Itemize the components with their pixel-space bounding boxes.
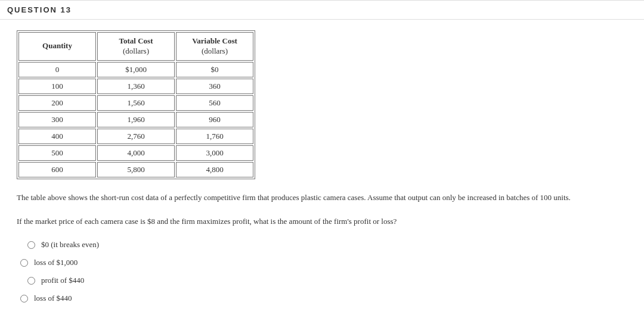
options-group: $0 (it breaks even) loss of $1,000 profi… <box>20 240 627 303</box>
cell-quantity: 600 <box>18 162 96 177</box>
cell-variable-cost: 3,000 <box>176 145 253 161</box>
table-row: 600 5,800 4,800 <box>18 162 253 177</box>
col-header-label: Variable Cost <box>181 36 248 46</box>
question-paragraph: If the market price of each camera case … <box>17 216 627 227</box>
cell-total-cost: 2,760 <box>97 129 175 144</box>
table-row: 100 1,360 360 <box>18 79 253 94</box>
table-row: 400 2,760 1,760 <box>18 129 253 144</box>
cell-total-cost: 4,000 <box>97 145 175 161</box>
cell-variable-cost: 560 <box>176 95 253 111</box>
cell-variable-cost: 1,760 <box>176 129 253 144</box>
question-content: Quantity Total Cost (dollars) Variable C… <box>0 20 644 315</box>
option-row[interactable]: $0 (it breaks even) <box>27 240 627 249</box>
question-container: QUESTION 13 Quantity Total Cost (dollars… <box>0 0 644 315</box>
cell-total-cost: 1,360 <box>97 79 175 94</box>
option-label: profit of $440 <box>41 276 84 285</box>
col-header-label: Quantity <box>24 41 91 51</box>
option-row[interactable]: loss of $1,000 <box>20 258 627 267</box>
description-paragraph: The table above shows the short-run cost… <box>17 192 627 203</box>
option-radio[interactable] <box>20 295 28 302</box>
cell-total-cost: $1,000 <box>97 62 175 77</box>
cell-total-cost: 1,960 <box>97 112 175 127</box>
cell-variable-cost: 4,800 <box>176 162 253 177</box>
col-header-sub: (dollars) <box>103 46 169 57</box>
table-row: 500 4,000 3,000 <box>18 145 253 161</box>
option-row[interactable]: profit of $440 <box>27 276 627 285</box>
option-radio[interactable] <box>27 241 35 249</box>
option-label: $0 (it breaks even) <box>41 240 99 249</box>
cell-quantity: 200 <box>18 95 96 111</box>
col-header-quantity: Quantity <box>18 32 96 61</box>
col-header-label: Total Cost <box>103 36 169 46</box>
cost-table: Quantity Total Cost (dollars) Variable C… <box>17 30 255 179</box>
option-label: loss of $440 <box>34 294 72 303</box>
table-row: 200 1,560 560 <box>18 95 253 111</box>
cell-variable-cost: 360 <box>176 79 253 94</box>
cell-variable-cost: $0 <box>176 62 253 77</box>
cell-quantity: 500 <box>18 145 96 161</box>
question-header: QUESTION 13 <box>0 0 644 20</box>
cell-total-cost: 5,800 <box>97 162 175 177</box>
cell-quantity: 400 <box>18 129 96 144</box>
cell-variable-cost: 960 <box>176 112 253 127</box>
cell-quantity: 100 <box>18 79 96 94</box>
option-row[interactable]: loss of $440 <box>20 294 627 303</box>
table-row: 0 $1,000 $0 <box>18 62 253 77</box>
table-row: 300 1,960 960 <box>18 112 253 127</box>
option-radio[interactable] <box>20 259 28 267</box>
col-header-variable-cost: Variable Cost (dollars) <box>176 32 253 61</box>
option-label: loss of $1,000 <box>34 258 78 267</box>
cell-quantity: 300 <box>18 112 96 127</box>
cell-total-cost: 1,560 <box>97 95 175 111</box>
col-header-sub: (dollars) <box>181 46 248 57</box>
table-header-row: Quantity Total Cost (dollars) Variable C… <box>18 32 253 61</box>
option-radio[interactable] <box>27 277 35 285</box>
col-header-total-cost: Total Cost (dollars) <box>97 32 175 61</box>
cell-quantity: 0 <box>18 62 96 77</box>
